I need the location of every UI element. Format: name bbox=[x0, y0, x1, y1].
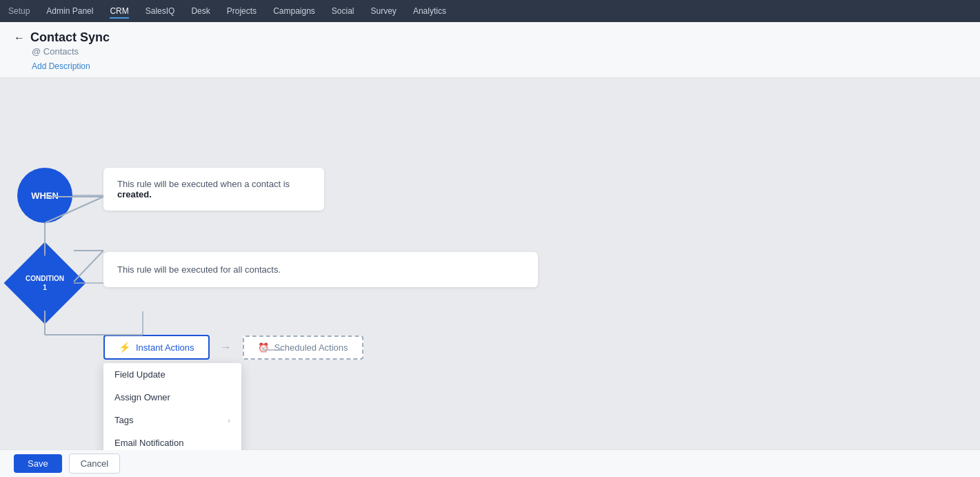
nav-survey[interactable]: Survey bbox=[371, 3, 397, 19]
arrow-connector: → bbox=[221, 341, 232, 353]
setup-label: Setup bbox=[8, 6, 30, 16]
scheduled-actions-button[interactable]: ⏰ Scheduled Actions bbox=[243, 335, 363, 360]
save-button[interactable]: Save bbox=[14, 454, 62, 473]
condition-card-text: This rule will be executed for all conta… bbox=[117, 264, 281, 275]
cancel-button[interactable]: Cancel bbox=[69, 454, 120, 474]
nav-projects[interactable]: Projects bbox=[227, 3, 257, 19]
page-title: Contact Sync bbox=[30, 30, 110, 45]
footer: Save Cancel bbox=[0, 449, 980, 477]
instant-actions-label: Instant Actions bbox=[136, 342, 194, 353]
nav-admin-panel[interactable]: Admin Panel bbox=[46, 3, 93, 19]
condition-card[interactable]: This rule will be executed for all conta… bbox=[103, 252, 538, 287]
tags-label: Tags bbox=[114, 415, 133, 425]
when-node[interactable]: WHEN bbox=[17, 168, 72, 223]
page-header: ← Contact Sync @ Contacts Add Descriptio… bbox=[0, 22, 980, 78]
clock-icon: ⏰ bbox=[258, 342, 269, 353]
dropdown-item-assign-owner[interactable]: Assign Owner bbox=[103, 386, 241, 409]
condition-node[interactable] bbox=[4, 242, 86, 324]
nav-salesiq[interactable]: SalesIQ bbox=[146, 3, 175, 19]
actions-row: ⚡ Instant Actions → ⏰ Scheduled Actions bbox=[103, 335, 363, 360]
bolt-icon: ⚡ bbox=[119, 342, 130, 353]
nav-analytics[interactable]: Analytics bbox=[413, 3, 446, 19]
dropdown-item-tags[interactable]: Tags › bbox=[103, 409, 241, 431]
when-card-text: This rule will be executed when a contac… bbox=[117, 179, 290, 199]
workflow-canvas: WHEN CONDITION1 This rule will be execut… bbox=[0, 78, 980, 450]
nav-social[interactable]: Social bbox=[332, 3, 354, 19]
when-card[interactable]: This rule will be executed when a contac… bbox=[103, 168, 324, 211]
scheduled-actions-label: Scheduled Actions bbox=[274, 342, 348, 353]
tags-chevron-icon: › bbox=[228, 416, 230, 425]
nav-crm[interactable]: CRM bbox=[110, 3, 128, 19]
instant-actions-button[interactable]: ⚡ Instant Actions bbox=[103, 335, 210, 360]
instant-actions-dropdown: Field Update Assign Owner Tags › Email N… bbox=[103, 363, 241, 450]
when-label: WHEN bbox=[31, 191, 59, 201]
dropdown-item-email-notification[interactable]: Email Notification bbox=[103, 431, 241, 450]
top-nav: Setup Admin Panel CRM SalesIQ Desk Proje… bbox=[0, 0, 980, 22]
add-description-link[interactable]: Add Description bbox=[32, 61, 90, 71]
back-button[interactable]: ← bbox=[14, 32, 25, 44]
dropdown-item-field-update[interactable]: Field Update bbox=[103, 363, 241, 386]
nav-desk[interactable]: Desk bbox=[191, 3, 210, 19]
page-subtitle: @ Contacts bbox=[32, 46, 966, 57]
email-notification-label: Email Notification bbox=[114, 438, 183, 448]
assign-owner-label: Assign Owner bbox=[114, 392, 170, 402]
field-update-label: Field Update bbox=[114, 369, 166, 380]
nav-campaigns[interactable]: Campaigns bbox=[273, 3, 315, 19]
